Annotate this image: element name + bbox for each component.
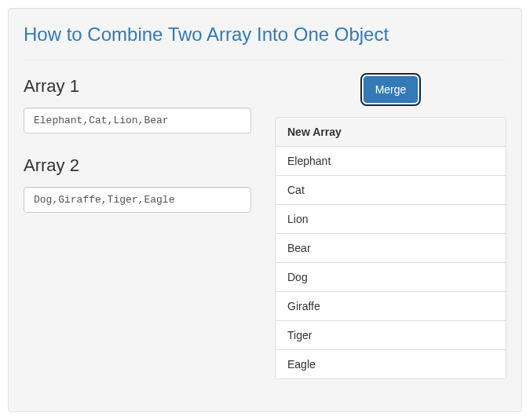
list-item: Tiger	[276, 321, 506, 350]
result-header: New Array	[276, 118, 506, 147]
divider	[24, 60, 506, 60]
list-item: Bear	[276, 234, 506, 263]
list-item: Eagle	[276, 350, 506, 378]
content-row: Array 1 Array 2 Merge New Array Elephant…	[24, 76, 506, 379]
array1-input[interactable]	[24, 108, 251, 133]
input-column: Array 1 Array 2	[24, 76, 251, 379]
page-title: How to Combine Two Array Into One Object	[24, 24, 506, 46]
array1-section: Array 1	[24, 76, 251, 133]
array1-label: Array 1	[24, 76, 251, 97]
list-item: Elephant	[276, 147, 506, 176]
array2-label: Array 2	[24, 155, 251, 176]
list-item: Cat	[276, 176, 506, 205]
array2-input[interactable]	[24, 187, 251, 213]
button-row: Merge	[275, 76, 506, 103]
list-item: Lion	[276, 205, 506, 234]
result-list: New Array Elephant Cat Lion Bear Dog Gir…	[275, 117, 506, 379]
main-panel: How to Combine Two Array Into One Object…	[8, 8, 522, 412]
array2-section: Array 2	[24, 155, 251, 213]
merge-button[interactable]: Merge	[364, 76, 419, 103]
list-item: Giraffe	[276, 292, 506, 321]
result-column: Merge New Array Elephant Cat Lion Bear D…	[275, 76, 506, 379]
list-item: Dog	[276, 263, 506, 292]
